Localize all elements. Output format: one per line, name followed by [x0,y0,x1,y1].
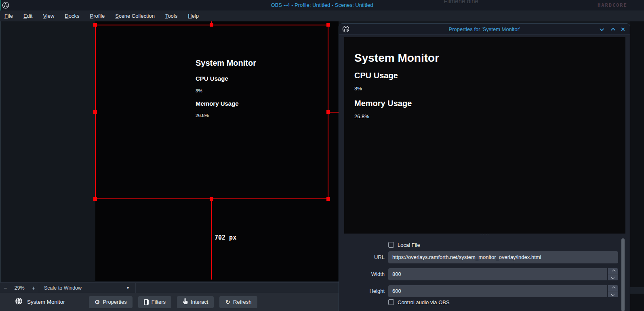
button-label: Refresh [233,299,252,305]
stepper-up-button[interactable] [608,268,618,274]
height-value: 600 [392,288,401,294]
button-label: Filters [152,299,166,305]
properties-dialog: Properties for 'System Monitor' × System… [339,23,630,311]
chevron-down-icon [611,293,614,296]
dock-edge-divider [0,21,1,282]
height-label: Height [339,285,385,297]
dialog-titlebar[interactable]: Properties for 'System Monitor' × [339,24,630,35]
source-selection-box[interactable] [95,25,328,199]
menu-profile[interactable]: Profile [90,13,105,19]
alignment-guide-bottom [211,199,212,280]
close-icon[interactable]: × [621,26,625,33]
refresh-icon: ↻ [225,299,230,305]
width-label: Width [339,268,385,280]
button-label: Interact [191,299,208,305]
window-title: OBS --4 - Profile: Untitled - Scenes: Un… [0,0,644,10]
window-titlebar: OBS --4 - Profile: Untitled - Scenes: Un… [0,0,644,10]
distance-label: 702 px [215,234,236,241]
chevron-up-icon[interactable] [611,27,615,32]
menu-tools[interactable]: Tools [165,13,177,19]
background-window-strip [630,21,644,311]
zoom-level: 29% [11,285,28,291]
control-audio-label: Control audio via OBS [398,299,450,305]
width-input[interactable]: 800 [388,268,618,280]
chevron-down-icon [611,276,614,279]
menu-docks[interactable]: Docks [65,13,79,19]
alignment-guide-top [211,21,212,25]
menu-file[interactable]: File [4,13,13,19]
splitter-handle[interactable]: ······ [339,232,630,237]
background-ghost-watermark: HARDCORE [598,2,627,8]
background-ghost-text: Filmene dine [444,0,478,4]
scrollbar-thumb[interactable] [621,238,625,311]
background-window-band [630,287,644,294]
chevron-up-icon [612,286,615,290]
stepper-down-button[interactable] [608,292,618,297]
height-stepper [607,285,618,297]
browser-source-icon [15,297,23,307]
source-toolbar: System Monitor ⚙PropertiesFiltersInterac… [0,293,339,311]
button-label: Properties [103,299,126,305]
zoombar-divider [135,283,136,293]
filters-button[interactable]: Filters [138,296,171,308]
selection-handle-bottom-right[interactable] [326,197,330,201]
refresh-button[interactable]: ↻Refresh [219,296,257,308]
dialog-title: Properties for 'System Monitor' [339,24,630,35]
source-toolbar-buttons: ⚙PropertiesFiltersInteract↻Refresh [89,296,257,308]
zoom-in-button[interactable]: + [28,285,39,291]
filters-icon [144,299,149,305]
menu-view[interactable]: View [43,13,54,19]
dialog-window-buttons: × [601,24,625,35]
obs-window: OBS --4 - Profile: Untitled - Scenes: Un… [0,0,644,311]
overlay-mem-label: Memory Usage [354,99,412,108]
alignment-guide-right [328,112,339,113]
interact-button[interactable]: Interact [177,296,214,308]
selection-handle-middle-left[interactable] [93,110,97,114]
overlay-mem-value: 26.8% [354,113,369,119]
local-file-checkbox[interactable] [388,242,394,248]
overlay-cpu-label: CPU Usage [354,71,398,80]
url-label: URL [339,251,385,263]
chevron-up-icon [612,269,615,273]
selection-handle-bottom-left[interactable] [93,197,97,201]
overlay-title: System Monitor [354,52,439,65]
width-stepper [607,268,618,280]
local-file-label: Local File [398,242,420,248]
browser-source-render: System Monitor CPU Usage 3% Memory Usage… [354,52,516,173]
stepper-down-button[interactable] [608,275,618,280]
selection-handle-top-left[interactable] [93,23,97,27]
properties-button[interactable]: ⚙Properties [89,296,133,308]
gear-icon: ⚙ [95,299,100,305]
selection-handle-top-right[interactable] [326,23,330,27]
preview-zoombar: − 29% + Scale to Window ▼ [0,282,339,293]
dialog-source-preview: System Monitor CPU Usage 3% Memory Usage… [344,37,625,234]
interact-icon [183,298,188,306]
stepper-up-button[interactable] [608,285,618,291]
url-input[interactable]: https://overlays.ramforth.net/system_mon… [388,251,618,263]
zoom-out-button[interactable]: − [0,285,11,291]
selected-source-name[interactable]: System Monitor [27,299,84,305]
control-audio-checkbox[interactable] [388,299,394,305]
height-input[interactable]: 600 [388,285,618,297]
menubar-items: FileEditViewDocksProfileScene Collection… [0,10,644,21]
chevron-down-icon[interactable]: ▼ [87,286,135,290]
menu-help[interactable]: Help [188,13,199,19]
scale-mode-dropdown[interactable]: Scale to Window [39,285,87,291]
overlay-cpu-value: 3% [354,86,362,92]
width-value: 800 [392,271,401,277]
menu-scene-collection[interactable]: Scene Collection [115,13,155,19]
menu-edit[interactable]: Edit [23,13,32,19]
